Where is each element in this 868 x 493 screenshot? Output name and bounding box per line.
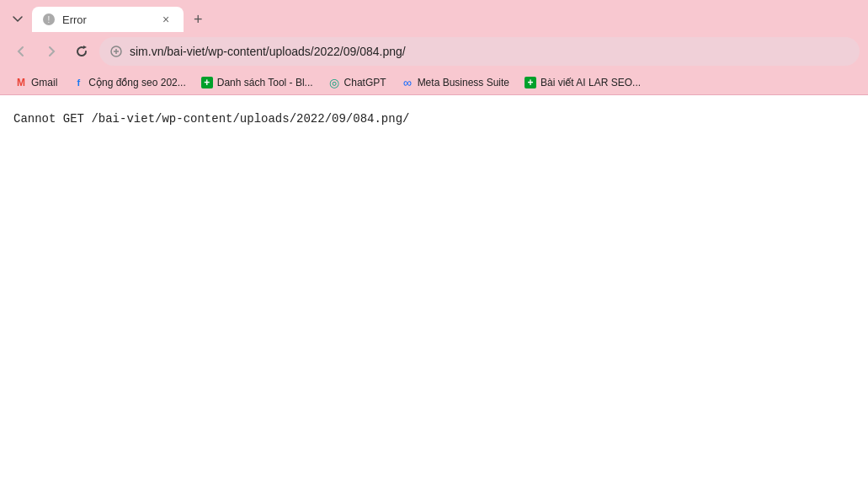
address-text: sim.vn/bai-viet/wp-content/uploads/2022/… [130, 45, 849, 58]
tab-bar: ! Error × + [0, 0, 868, 32]
new-tab-button[interactable]: + [187, 8, 210, 32]
meta-icon: ∞ [402, 77, 413, 88]
bookmark-chatgpt[interactable]: ◎ ChatGPT [322, 74, 393, 91]
bookmark-facebook-seo[interactable]: f Cộng đồng seo 202... [66, 74, 192, 91]
reload-button[interactable] [69, 39, 94, 64]
address-security-icon [109, 45, 123, 58]
bai-viet-icon: + [525, 77, 536, 88]
facebook-icon: f [72, 77, 84, 88]
bookmark-meta-business[interactable]: ∞ Meta Business Suite [395, 74, 516, 91]
error-message: Cannot GET /bai-viet/wp-content/uploads/… [13, 112, 409, 126]
browser-chrome: ! Error × + [0, 0, 868, 95]
gmail-icon: M [15, 77, 27, 88]
page-content: Cannot GET /bai-viet/wp-content/uploads/… [0, 95, 868, 142]
tab-title: Error [62, 13, 152, 26]
bookmark-meta-label: Meta Business Suite [418, 77, 509, 88]
bookmarks-bar: M Gmail f Cộng đồng seo 202... + Danh sá… [0, 71, 868, 95]
svg-marker-2 [83, 46, 87, 49]
tab-favicon: ! [42, 13, 56, 26]
tab-list-button[interactable] [7, 10, 29, 29]
address-bar[interactable]: sim.vn/bai-viet/wp-content/uploads/2022/… [99, 37, 860, 66]
svg-text:!: ! [48, 15, 51, 24]
bookmark-gmail[interactable]: M Gmail [8, 74, 64, 91]
bookmark-tool-bl[interactable]: + Danh sách Tool - Bl... [194, 74, 320, 91]
tab-close-button[interactable]: × [158, 12, 173, 27]
bookmark-bai-viet[interactable]: + Bài viết AI LAR SEO... [518, 74, 647, 91]
bookmark-gmail-label: Gmail [31, 77, 57, 88]
bookmark-facebook-label: Cộng đồng seo 202... [88, 77, 185, 88]
back-button[interactable] [8, 39, 34, 64]
bookmark-chatgpt-label: ChatGPT [344, 77, 386, 88]
bookmark-bai-viet-label: Bài viết AI LAR SEO... [541, 77, 641, 88]
tool-icon: + [201, 77, 213, 88]
forward-button[interactable] [39, 39, 64, 64]
active-tab[interactable]: ! Error × [32, 7, 184, 32]
nav-bar: sim.vn/bai-viet/wp-content/uploads/2022/… [0, 32, 868, 71]
bookmark-tool-label: Danh sách Tool - Bl... [217, 77, 313, 88]
chatgpt-icon: ◎ [328, 77, 340, 88]
